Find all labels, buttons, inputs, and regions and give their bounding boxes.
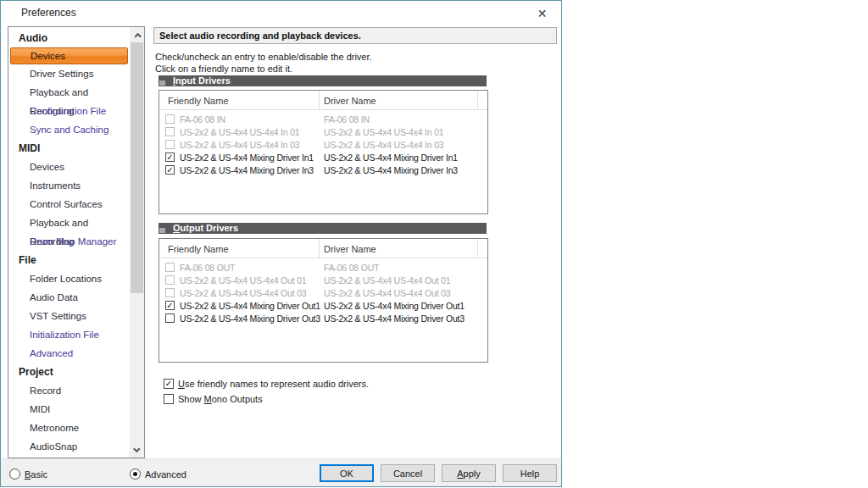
driver-checkbox[interactable]: [165, 288, 175, 297]
ok-button[interactable]: OK: [320, 464, 374, 482]
sidebar-item-playback-and-recording[interactable]: Playback and Recording: [8, 83, 130, 102]
output-drivers-section-header: Output Drivers: [159, 223, 487, 234]
driver-checkbox[interactable]: [165, 263, 175, 272]
driver-row: US-2x2 & US-4x4 US-4x4 Out 01US-2x2 & US…: [159, 274, 487, 287]
driver-checkbox[interactable]: ✓: [165, 301, 175, 310]
driver-row: ✓US-2x2 & US-4x4 Mixing Driver In3US-2x2…: [159, 164, 487, 177]
sidebar-item-midi[interactable]: MIDI: [8, 400, 130, 419]
driver-row: US-2x2 & US-4x4 US-4x4 Out 03US-2x2 & US…: [159, 287, 487, 300]
friendly-name[interactable]: US-2x2 & US-4x4 US-4x4 Out 01: [180, 274, 306, 287]
driver-checkbox[interactable]: [165, 140, 175, 149]
section-grip: [159, 228, 165, 233]
driver-name: US-2x2 & US-4x4 US-4x4 Out 03: [324, 287, 450, 300]
sidebar-item-audiosnap[interactable]: AudioSnap: [8, 437, 130, 456]
friendly-name[interactable]: US-2x2 & US-4x4 Mixing Driver In3: [180, 164, 314, 177]
header-divider: [159, 258, 487, 258]
sidebar-item-advanced[interactable]: Advanced: [8, 344, 130, 363]
help-button[interactable]: Help: [503, 464, 557, 482]
basic-radio-label[interactable]: Basic: [25, 469, 47, 480]
driver-name: FA-06 08 IN: [324, 114, 370, 126]
header-divider: [159, 109, 487, 110]
sidebar-category-midi: MIDI: [8, 139, 130, 158]
close-icon[interactable]: ✕: [523, 1, 561, 25]
sidebar-category-file: File: [8, 251, 130, 269]
show-mono-outputs-checkbox[interactable]: [164, 394, 174, 404]
sidebar-item-initialization-file[interactable]: Initialization File: [8, 325, 130, 344]
column-header-driver-name: Driver Name: [324, 244, 376, 254]
friendly-name[interactable]: US-2x2 & US-4x4 US-4x4 In 03: [180, 139, 299, 152]
sidebar-item-list: AudioDevicesDriver SettingsPlayback and …: [8, 27, 130, 458]
sidebar-item-metronome[interactable]: Metronome: [8, 419, 130, 437]
sidebar-item-sync-and-caching[interactable]: Sync and Caching: [8, 120, 130, 139]
friendly-name[interactable]: US-2x2 & US-4x4 US-4x4 Out 03: [180, 287, 306, 300]
column-divider: [477, 91, 478, 109]
use-friendly-names-checkbox[interactable]: ✓: [164, 379, 174, 389]
friendly-name[interactable]: US-2x2 & US-4x4 Mixing Driver Out1: [180, 300, 320, 313]
section-label: nput Drivers: [175, 75, 231, 86]
driver-checkbox[interactable]: [165, 313, 175, 323]
sidebar-item-audio-data[interactable]: Audio Data: [8, 288, 130, 307]
chevron-up-icon: [134, 32, 141, 39]
sidebar-item-folder-locations[interactable]: Folder Locations: [8, 269, 130, 288]
driver-name: US-2x2 & US-4x4 Mixing Driver Out3: [324, 313, 465, 325]
scrollbar-thumb[interactable]: [131, 42, 143, 293]
sidebar-item-devices[interactable]: Devices: [10, 47, 128, 64]
sidebar-category-audio: Audio: [8, 29, 130, 47]
basic-radio[interactable]: [9, 469, 20, 480]
sidebar-item-control-surfaces[interactable]: Control Surfaces: [8, 195, 130, 214]
output-driver-rows: FA-06 08 OUTFA-06 08 OUTUS-2x2 & US-4x4 …: [159, 262, 487, 325]
apply-button[interactable]: Apply: [442, 464, 496, 482]
titlebar[interactable]: Preferences ✕: [1, 1, 561, 25]
friendly-name[interactable]: US-2x2 & US-4x4 Mixing Driver In1: [180, 152, 314, 164]
sidebar-item-record[interactable]: Record: [8, 381, 130, 400]
advanced-radio-label[interactable]: Advanced: [145, 469, 186, 480]
column-divider: [319, 91, 320, 109]
column-divider: [319, 239, 320, 258]
driver-checkbox[interactable]: ✓: [165, 152, 175, 162]
sidebar-item-vst-settings[interactable]: VST Settings: [8, 307, 130, 325]
sidebar-item-playback-and-recording[interactable]: Playback and Recording: [8, 214, 130, 232]
instruction-text: Click on a friendly name to edit it.: [155, 64, 292, 74]
sidebar-item-drum-map-manager[interactable]: Drum Map Manager: [8, 232, 130, 251]
window-title: Preferences: [21, 7, 76, 19]
option-label-text: Show: [178, 394, 204, 404]
option-label-text: ono Outputs: [212, 394, 263, 404]
driver-checkbox[interactable]: [165, 127, 175, 136]
friendly-name[interactable]: US-2x2 & US-4x4 Mixing Driver Out3: [180, 313, 320, 325]
friendly-name[interactable]: FA-06 08 IN: [180, 114, 225, 126]
driver-row: FA-06 08 INFA-06 08 IN: [159, 114, 487, 126]
driver-checkbox[interactable]: [165, 275, 175, 285]
friendly-name[interactable]: US-2x2 & US-4x4 US-4x4 In 01: [180, 126, 299, 139]
sidebar-item-configuration-file[interactable]: Configuration File: [8, 102, 130, 120]
driver-row: US-2x2 & US-4x4 Mixing Driver Out3US-2x2…: [159, 313, 487, 325]
sidebar-item-driver-settings[interactable]: Driver Settings: [8, 64, 130, 83]
cancel-button[interactable]: Cancel: [381, 464, 435, 482]
scroll-up-button[interactable]: [130, 27, 144, 42]
sidebar-item-instruments[interactable]: Instruments: [8, 176, 130, 195]
friendly-name[interactable]: FA-06 08 OUT: [180, 262, 235, 274]
driver-checkbox[interactable]: [165, 114, 175, 124]
desktop-background: Preferences ✕ AudioDevicesDriver Setting…: [0, 0, 868, 488]
input-drivers-section-header: Input Drivers: [159, 75, 487, 86]
option-label: Use friendly names to represent audio dr…: [178, 379, 369, 390]
advanced-radio[interactable]: [130, 469, 141, 480]
option-label-text: U: [178, 379, 185, 389]
scroll-down-button[interactable]: [130, 443, 144, 458]
driver-name: US-2x2 & US-4x4 Mixing Driver In1: [324, 152, 458, 164]
section-grip: [159, 80, 165, 86]
driver-row: FA-06 08 OUTFA-06 08 OUT: [159, 262, 487, 274]
driver-name: US-2x2 & US-4x4 US-4x4 In 03: [324, 139, 443, 152]
dialog-footer: Basic Advanced OKCancelApplyHelp: [1, 458, 561, 486]
driver-row: ✓US-2x2 & US-4x4 Mixing Driver In1US-2x2…: [159, 152, 487, 164]
driver-row: US-2x2 & US-4x4 US-4x4 In 01US-2x2 & US-…: [159, 126, 487, 139]
driver-checkbox[interactable]: ✓: [165, 165, 175, 175]
column-header-driver-name: Driver Name: [324, 96, 376, 106]
input-drivers-table: Friendly Name Driver Name FA-06 08 INFA-…: [159, 90, 488, 214]
sidebar-scrollbar[interactable]: [130, 27, 144, 458]
sidebar-item-devices[interactable]: Devices: [8, 158, 130, 176]
driver-name: US-2x2 & US-4x4 US-4x4 Out 01: [324, 274, 450, 287]
instruction-text: Check/uncheck an entry to enable/disable…: [155, 52, 372, 62]
driver-name: US-2x2 & US-4x4 US-4x4 In 01: [324, 126, 443, 139]
option-label-text: se friendly names to represent audio dri…: [185, 379, 369, 389]
preferences-sidebar: AudioDevicesDriver SettingsPlayback and …: [8, 26, 145, 458]
